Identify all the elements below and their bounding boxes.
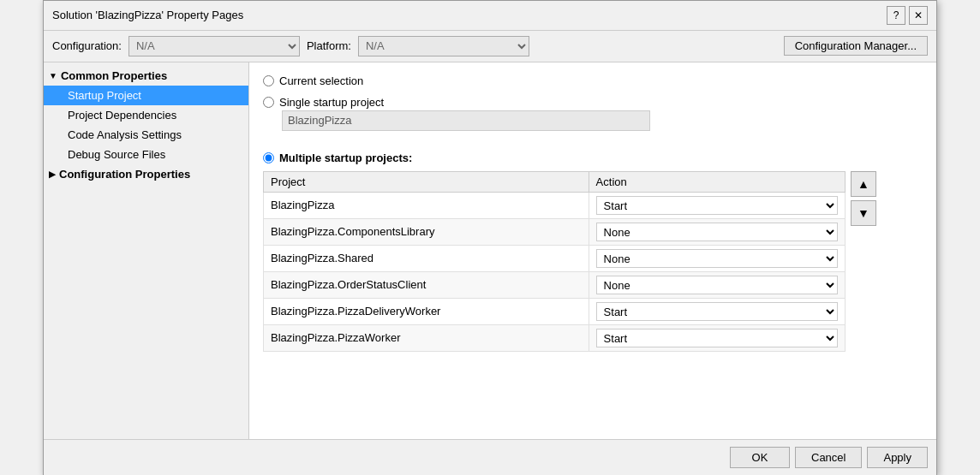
sidebar: ▼ Common Properties Startup Project Proj… <box>44 62 249 439</box>
main-panel: Current selection Single startup project <box>249 62 936 439</box>
property-pages-dialog: Solution 'BlazingPizza' Property Pages ?… <box>43 0 937 475</box>
current-selection-row: Current selection <box>263 74 923 87</box>
configuration-select[interactable]: N/A <box>128 36 300 56</box>
help-button[interactable]: ? <box>887 6 905 25</box>
action-cell: NoneStartStart without debugging <box>589 271 845 298</box>
content-area: ▼ Common Properties Startup Project Proj… <box>44 62 936 439</box>
sidebar-item-project-dependencies[interactable]: Project Dependencies <box>44 105 248 125</box>
platform-label: Platform: <box>307 39 351 52</box>
sidebar-item-debug-source-label: Debug Source Files <box>68 148 165 161</box>
bottom-buttons: OK Cancel Apply <box>44 439 936 475</box>
common-properties-label: Common Properties <box>61 69 167 82</box>
table-row: BlazingPizza.OrderStatusClientNoneStartS… <box>264 271 846 298</box>
ok-button[interactable]: OK <box>730 447 790 468</box>
table-row: BlazingPizzaNoneStartStart without debug… <box>264 192 846 218</box>
title-bar-buttons: ? ✕ <box>887 6 928 25</box>
startup-options: Current selection Single startup project <box>263 74 923 352</box>
title-bar: Solution 'BlazingPizza' Property Pages ?… <box>44 1 936 31</box>
cancel-button[interactable]: Cancel <box>795 447 862 468</box>
action-select[interactable]: NoneStartStart without debugging <box>596 223 838 241</box>
project-cell: BlazingPizza.OrderStatusClient <box>264 271 589 298</box>
move-up-button[interactable]: ▲ <box>851 171 876 197</box>
config-properties-triangle: ▶ <box>49 169 56 179</box>
action-cell: NoneStartStart without debugging <box>589 192 845 218</box>
current-selection-label: Current selection <box>279 74 363 87</box>
project-cell: BlazingPizza.PizzaDeliveryWorker <box>264 298 589 324</box>
table-row: BlazingPizza.PizzaWorkerNoneStartStart w… <box>264 324 846 351</box>
multiple-startup-section: Multiple startup projects: Project Actio… <box>263 151 923 352</box>
sidebar-item-startup-label: Startup Project <box>68 89 141 102</box>
table-row: BlazingPizza.PizzaDeliveryWorkerNoneStar… <box>264 298 846 324</box>
single-startup-label: Single startup project <box>279 96 384 109</box>
common-properties-group[interactable]: ▼ Common Properties <box>44 66 248 86</box>
configuration-properties-group[interactable]: ▶ Configuration Properties <box>44 164 248 184</box>
multiple-startup-radio[interactable] <box>263 152 274 163</box>
single-startup-group: Single startup project <box>263 96 923 131</box>
table-row: BlazingPizza.ComponentsLibraryNoneStartS… <box>264 218 846 245</box>
table-move-buttons: ▲ ▼ <box>851 171 876 226</box>
action-select[interactable]: NoneStartStart without debugging <box>596 196 838 215</box>
config-bar: Configuration: N/A Platform: N/A Configu… <box>44 31 936 62</box>
project-cell: BlazingPizza <box>264 192 589 218</box>
action-select[interactable]: NoneStartStart without debugging <box>596 302 838 321</box>
project-col-header: Project <box>264 171 589 192</box>
dialog-title: Solution 'BlazingPizza' Property Pages <box>52 9 243 21</box>
project-cell: BlazingPizza.PizzaWorker <box>264 324 589 351</box>
single-startup-row: Single startup project <box>263 96 923 109</box>
multiple-startup-row: Multiple startup projects: <box>263 151 923 164</box>
project-cell: BlazingPizza.ComponentsLibrary <box>264 218 589 245</box>
configuration-label: Configuration: <box>52 39 122 52</box>
action-cell: NoneStartStart without debugging <box>589 324 845 351</box>
action-select[interactable]: NoneStartStart without debugging <box>596 329 838 347</box>
sidebar-item-code-analysis[interactable]: Code Analysis Settings <box>44 125 248 145</box>
move-down-button[interactable]: ▼ <box>851 200 876 226</box>
action-cell: NoneStartStart without debugging <box>589 298 845 324</box>
project-cell: BlazingPizza.Shared <box>264 245 589 271</box>
current-selection-radio[interactable] <box>263 75 274 86</box>
multiple-startup-label: Multiple startup projects: <box>279 151 412 164</box>
config-manager-button[interactable]: Configuration Manager... <box>784 36 928 56</box>
action-select[interactable]: NoneStartStart without debugging <box>596 249 838 268</box>
close-button[interactable]: ✕ <box>909 6 928 25</box>
config-properties-label: Configuration Properties <box>59 168 190 181</box>
projects-table-wrapper: Project Action BlazingPizzaNoneStartStar… <box>263 171 923 352</box>
table-row: BlazingPizza.SharedNoneStartStart withou… <box>264 245 846 271</box>
sidebar-item-startup-project[interactable]: Startup Project <box>44 86 248 105</box>
sidebar-item-dependencies-label: Project Dependencies <box>68 109 176 122</box>
platform-select[interactable]: N/A <box>358 36 529 56</box>
single-project-input-wrapper <box>282 110 923 131</box>
projects-table: Project Action BlazingPizzaNoneStartStar… <box>263 171 846 352</box>
action-cell: NoneStartStart without debugging <box>589 218 845 245</box>
sidebar-item-code-analysis-label: Code Analysis Settings <box>68 128 182 141</box>
sidebar-item-debug-source[interactable]: Debug Source Files <box>44 145 248 164</box>
single-project-input[interactable] <box>282 110 650 131</box>
action-select[interactable]: NoneStartStart without debugging <box>596 276 838 294</box>
action-cell: NoneStartStart without debugging <box>589 245 845 271</box>
single-startup-radio[interactable] <box>263 97 274 108</box>
action-col-header: Action <box>589 171 845 192</box>
common-properties-triangle: ▼ <box>49 71 57 80</box>
apply-button[interactable]: Apply <box>867 447 928 468</box>
